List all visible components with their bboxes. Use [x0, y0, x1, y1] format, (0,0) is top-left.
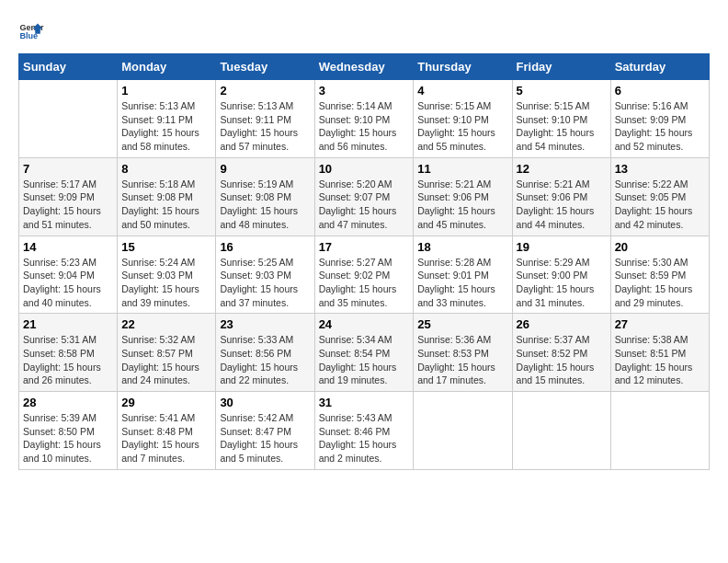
week-row-4: 21Sunrise: 5:31 AMSunset: 8:58 PMDayligh…: [19, 314, 710, 392]
day-number: 21: [23, 317, 113, 331]
calendar-cell: 30Sunrise: 5:42 AMSunset: 8:47 PMDayligh…: [216, 392, 314, 470]
day-number: 23: [220, 317, 310, 331]
day-number: 8: [121, 162, 211, 176]
header-saturday: Saturday: [610, 54, 709, 80]
calendar-cell: [512, 392, 610, 470]
calendar-cell: 9Sunrise: 5:19 AMSunset: 9:08 PMDaylight…: [216, 157, 314, 236]
calendar-cell: 23Sunrise: 5:33 AMSunset: 8:56 PMDayligh…: [216, 314, 314, 392]
header-friday: Friday: [512, 54, 610, 80]
page-header: General Blue: [18, 18, 710, 44]
day-number: 10: [319, 162, 410, 176]
day-number: 30: [220, 396, 310, 409]
day-info: Sunrise: 5:16 AMSunset: 9:09 PMDaylight:…: [615, 99, 705, 154]
logo: General Blue: [18, 18, 44, 44]
day-number: 1: [121, 84, 211, 98]
calendar-cell: 19Sunrise: 5:29 AMSunset: 9:00 PMDayligh…: [512, 236, 610, 314]
calendar-cell: 3Sunrise: 5:14 AMSunset: 9:10 PMDaylight…: [314, 80, 414, 158]
day-info: Sunrise: 5:18 AMSunset: 9:08 PMDaylight:…: [121, 178, 211, 232]
day-info: Sunrise: 5:31 AMSunset: 8:58 PMDaylight:…: [23, 333, 113, 387]
day-number: 25: [417, 317, 507, 331]
day-info: Sunrise: 5:33 AMSunset: 8:56 PMDaylight:…: [220, 333, 310, 387]
day-info: Sunrise: 5:20 AMSunset: 9:07 PMDaylight:…: [319, 178, 410, 232]
day-number: 3: [319, 84, 410, 98]
week-row-2: 7Sunrise: 5:17 AMSunset: 9:09 PMDaylight…: [19, 157, 710, 236]
day-info: Sunrise: 5:37 AMSunset: 8:52 PMDaylight:…: [517, 333, 607, 387]
logo-icon: General Blue: [18, 18, 44, 44]
day-number: 24: [319, 317, 410, 331]
day-number: 15: [121, 240, 211, 254]
calendar-cell: 26Sunrise: 5:37 AMSunset: 8:52 PMDayligh…: [512, 314, 610, 392]
day-info: Sunrise: 5:24 AMSunset: 9:03 PMDaylight:…: [121, 256, 211, 310]
day-number: 2: [220, 84, 310, 98]
week-row-5: 28Sunrise: 5:39 AMSunset: 8:50 PMDayligh…: [19, 392, 710, 470]
day-number: 11: [417, 162, 507, 176]
day-info: Sunrise: 5:17 AMSunset: 9:09 PMDaylight:…: [23, 178, 113, 232]
day-info: Sunrise: 5:42 AMSunset: 8:47 PMDaylight:…: [220, 411, 310, 465]
day-info: Sunrise: 5:34 AMSunset: 8:54 PMDaylight:…: [319, 333, 410, 387]
day-info: Sunrise: 5:29 AMSunset: 9:00 PMDaylight:…: [517, 256, 607, 310]
week-row-1: 1Sunrise: 5:13 AMSunset: 9:11 PMDaylight…: [19, 80, 710, 158]
day-info: Sunrise: 5:36 AMSunset: 8:53 PMDaylight:…: [417, 333, 507, 387]
calendar-cell: 18Sunrise: 5:28 AMSunset: 9:01 PMDayligh…: [414, 236, 512, 314]
header-sunday: Sunday: [19, 54, 118, 80]
day-number: 14: [23, 240, 113, 254]
day-info: Sunrise: 5:25 AMSunset: 9:03 PMDaylight:…: [220, 256, 310, 310]
calendar-cell: 13Sunrise: 5:22 AMSunset: 9:05 PMDayligh…: [610, 157, 709, 236]
calendar-cell: 20Sunrise: 5:30 AMSunset: 8:59 PMDayligh…: [610, 236, 709, 314]
day-info: Sunrise: 5:38 AMSunset: 8:51 PMDaylight:…: [615, 333, 705, 387]
day-number: 20: [615, 240, 705, 254]
day-number: 22: [121, 317, 211, 331]
header-wednesday: Wednesday: [314, 54, 414, 80]
header-thursday: Thursday: [414, 54, 512, 80]
calendar-cell: 28Sunrise: 5:39 AMSunset: 8:50 PMDayligh…: [19, 392, 118, 470]
calendar-cell: 27Sunrise: 5:38 AMSunset: 8:51 PMDayligh…: [610, 314, 709, 392]
day-info: Sunrise: 5:43 AMSunset: 8:46 PMDaylight:…: [319, 411, 410, 465]
day-number: 9: [220, 162, 310, 176]
calendar-cell: 6Sunrise: 5:16 AMSunset: 9:09 PMDaylight…: [610, 80, 709, 158]
day-info: Sunrise: 5:22 AMSunset: 9:05 PMDaylight:…: [615, 178, 705, 232]
day-number: 27: [615, 317, 705, 331]
day-info: Sunrise: 5:39 AMSunset: 8:50 PMDaylight:…: [23, 411, 113, 465]
calendar-cell: 4Sunrise: 5:15 AMSunset: 9:10 PMDaylight…: [414, 80, 512, 158]
calendar-cell: [19, 80, 118, 158]
calendar-cell: 16Sunrise: 5:25 AMSunset: 9:03 PMDayligh…: [216, 236, 314, 314]
day-number: 31: [319, 396, 410, 409]
day-info: Sunrise: 5:15 AMSunset: 9:10 PMDaylight:…: [517, 99, 607, 154]
day-info: Sunrise: 5:21 AMSunset: 9:06 PMDaylight:…: [517, 178, 607, 232]
day-number: 17: [319, 240, 410, 254]
svg-text:Blue: Blue: [19, 31, 38, 40]
day-number: 26: [517, 317, 607, 331]
calendar-cell: 24Sunrise: 5:34 AMSunset: 8:54 PMDayligh…: [314, 314, 414, 392]
day-info: Sunrise: 5:23 AMSunset: 9:04 PMDaylight:…: [23, 256, 113, 310]
day-info: Sunrise: 5:30 AMSunset: 8:59 PMDaylight:…: [615, 256, 705, 310]
calendar-header-row: SundayMondayTuesdayWednesdayThursdayFrid…: [19, 54, 710, 80]
calendar-cell: 15Sunrise: 5:24 AMSunset: 9:03 PMDayligh…: [118, 236, 216, 314]
day-number: 28: [23, 396, 113, 409]
calendar-cell: 21Sunrise: 5:31 AMSunset: 8:58 PMDayligh…: [19, 314, 118, 392]
header-monday: Monday: [118, 54, 216, 80]
day-info: Sunrise: 5:13 AMSunset: 9:11 PMDaylight:…: [121, 99, 211, 154]
calendar-cell: 31Sunrise: 5:43 AMSunset: 8:46 PMDayligh…: [314, 392, 414, 470]
day-number: 5: [517, 84, 607, 98]
calendar-cell: [610, 392, 709, 470]
day-number: 29: [121, 396, 211, 409]
day-info: Sunrise: 5:14 AMSunset: 9:10 PMDaylight:…: [319, 99, 410, 154]
week-row-3: 14Sunrise: 5:23 AMSunset: 9:04 PMDayligh…: [19, 236, 710, 314]
calendar-cell: 29Sunrise: 5:41 AMSunset: 8:48 PMDayligh…: [118, 392, 216, 470]
calendar-cell: 5Sunrise: 5:15 AMSunset: 9:10 PMDaylight…: [512, 80, 610, 158]
day-info: Sunrise: 5:28 AMSunset: 9:01 PMDaylight:…: [417, 256, 507, 310]
calendar-cell: 8Sunrise: 5:18 AMSunset: 9:08 PMDaylight…: [118, 157, 216, 236]
calendar-cell: 11Sunrise: 5:21 AMSunset: 9:06 PMDayligh…: [414, 157, 512, 236]
calendar-cell: 1Sunrise: 5:13 AMSunset: 9:11 PMDaylight…: [118, 80, 216, 158]
day-number: 7: [23, 162, 113, 176]
calendar-cell: 14Sunrise: 5:23 AMSunset: 9:04 PMDayligh…: [19, 236, 118, 314]
day-info: Sunrise: 5:21 AMSunset: 9:06 PMDaylight:…: [417, 178, 507, 232]
calendar-cell: 25Sunrise: 5:36 AMSunset: 8:53 PMDayligh…: [414, 314, 512, 392]
day-info: Sunrise: 5:13 AMSunset: 9:11 PMDaylight:…: [220, 99, 310, 154]
calendar-cell: 10Sunrise: 5:20 AMSunset: 9:07 PMDayligh…: [314, 157, 414, 236]
calendar-cell: 2Sunrise: 5:13 AMSunset: 9:11 PMDaylight…: [216, 80, 314, 158]
day-info: Sunrise: 5:15 AMSunset: 9:10 PMDaylight:…: [417, 99, 507, 154]
day-number: 13: [615, 162, 705, 176]
day-number: 16: [220, 240, 310, 254]
day-number: 6: [615, 84, 705, 98]
